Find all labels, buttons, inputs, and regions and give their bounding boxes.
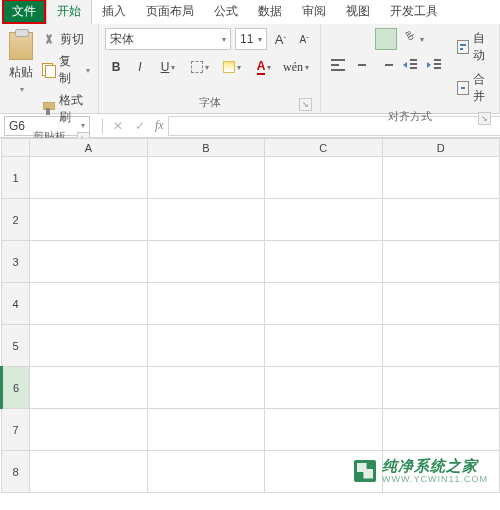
formula-cancel-button[interactable]: ✕	[107, 116, 129, 136]
tab-page-layout[interactable]: 页面布局	[136, 0, 204, 24]
row-header[interactable]: 6	[2, 367, 30, 409]
row-header[interactable]: 1	[2, 157, 30, 199]
table-row: 6	[2, 367, 500, 409]
fill-color-button[interactable]: ▾	[217, 56, 247, 78]
font-dialog-launcher[interactable]	[299, 98, 312, 111]
cell[interactable]	[147, 199, 264, 241]
tab-file[interactable]: 文件	[2, 0, 46, 24]
cell[interactable]	[147, 283, 264, 325]
cell[interactable]	[30, 157, 147, 199]
cell[interactable]	[382, 157, 499, 199]
align-right-button[interactable]	[375, 54, 397, 76]
align-bottom-button[interactable]	[375, 28, 397, 50]
cell[interactable]	[147, 241, 264, 283]
tab-home[interactable]: 开始	[46, 0, 92, 24]
font-name-combo[interactable]: 宋体 ▾	[105, 28, 231, 50]
increase-indent-icon	[427, 59, 441, 71]
cell[interactable]	[30, 325, 147, 367]
phonetic-guide-button[interactable]: wén▾	[281, 56, 311, 78]
align-top-icon	[331, 33, 345, 45]
cell[interactable]	[147, 367, 264, 409]
font-color-button[interactable]: A▾	[249, 56, 279, 78]
row-header[interactable]: 4	[2, 283, 30, 325]
chevron-down-icon: ▾	[420, 35, 424, 44]
cell[interactable]	[382, 199, 499, 241]
cell[interactable]	[382, 325, 499, 367]
format-painter-button[interactable]: 格式刷	[40, 91, 92, 127]
tab-data[interactable]: 数据	[248, 0, 292, 24]
border-button[interactable]: ▾	[185, 56, 215, 78]
tab-view[interactable]: 视图	[336, 0, 380, 24]
underline-button[interactable]: U▾	[153, 56, 183, 78]
copy-button[interactable]: 复制 ▾	[40, 52, 92, 88]
cell[interactable]	[382, 409, 499, 451]
select-all-corner[interactable]	[2, 139, 30, 157]
row-header[interactable]: 2	[2, 199, 30, 241]
bold-button[interactable]: B	[105, 56, 127, 78]
cell[interactable]	[382, 367, 499, 409]
decrease-indent-button[interactable]	[399, 54, 421, 76]
formula-confirm-button[interactable]: ✓	[129, 116, 151, 136]
align-left-button[interactable]	[327, 54, 349, 76]
cell[interactable]	[30, 241, 147, 283]
align-bottom-icon	[379, 33, 393, 45]
col-header-c[interactable]: C	[265, 139, 382, 157]
worksheet-grid[interactable]: A B C D 12345678 纯净系统之家 WWW.YCWIN11.COM	[0, 138, 500, 498]
col-header-a[interactable]: A	[30, 139, 147, 157]
italic-button[interactable]: I	[129, 56, 151, 78]
cell[interactable]	[265, 199, 382, 241]
cell[interactable]	[265, 325, 382, 367]
align-top-button[interactable]	[327, 28, 349, 50]
increase-indent-button[interactable]	[423, 54, 445, 76]
align-center-button[interactable]	[351, 54, 373, 76]
font-size-combo[interactable]: 11 ▾	[235, 28, 267, 50]
align-middle-button[interactable]	[351, 28, 373, 50]
chevron-down-icon: ▾	[171, 63, 175, 72]
cell[interactable]	[30, 409, 147, 451]
cell[interactable]	[265, 157, 382, 199]
cut-button[interactable]: 剪切	[40, 30, 92, 49]
font-size-value: 11	[240, 32, 253, 46]
decrease-indent-icon	[403, 59, 417, 71]
tab-insert[interactable]: 插入	[92, 0, 136, 24]
orientation-button[interactable]: ▾	[399, 28, 429, 50]
group-font-label: 字体	[105, 93, 314, 113]
fx-icon[interactable]: fx	[155, 118, 164, 133]
italic-icon: I	[138, 60, 141, 74]
paste-icon	[9, 32, 33, 60]
cell[interactable]	[30, 367, 147, 409]
cell[interactable]	[265, 367, 382, 409]
wrap-text-button[interactable]: 自动	[453, 28, 493, 66]
alignment-dialog-launcher[interactable]	[478, 112, 491, 125]
cell[interactable]	[30, 199, 147, 241]
col-header-b[interactable]: B	[147, 139, 264, 157]
col-header-d[interactable]: D	[382, 139, 499, 157]
cell[interactable]	[30, 283, 147, 325]
paste-button[interactable]: 粘贴 ▾	[6, 28, 36, 127]
merge-center-button[interactable]: 合并	[453, 69, 493, 107]
copy-dropdown-icon[interactable]: ▾	[86, 66, 90, 75]
cell[interactable]	[147, 325, 264, 367]
tab-review[interactable]: 审阅	[292, 0, 336, 24]
merge-label: 合并	[473, 71, 489, 105]
row-header[interactable]: 8	[2, 451, 30, 493]
cell[interactable]	[382, 283, 499, 325]
tab-developer[interactable]: 开发工具	[380, 0, 448, 24]
paste-dropdown-icon[interactable]: ▾	[20, 85, 24, 94]
cell[interactable]	[147, 451, 264, 493]
cell[interactable]	[147, 157, 264, 199]
cell[interactable]	[147, 409, 264, 451]
row-header[interactable]: 7	[2, 409, 30, 451]
row-header[interactable]: 3	[2, 241, 30, 283]
cell[interactable]	[382, 241, 499, 283]
shrink-font-button[interactable]: Aˇ	[294, 28, 314, 50]
ribbon: 粘贴 ▾ 剪切 复制 ▾ 格式刷 剪贴板	[0, 24, 500, 114]
cancel-icon: ✕	[113, 119, 123, 133]
cell[interactable]	[265, 241, 382, 283]
cell[interactable]	[30, 451, 147, 493]
cell[interactable]	[265, 283, 382, 325]
tab-formulas[interactable]: 公式	[204, 0, 248, 24]
cell[interactable]	[265, 409, 382, 451]
grow-font-button[interactable]: Aˆ	[271, 28, 291, 50]
row-header[interactable]: 5	[2, 325, 30, 367]
